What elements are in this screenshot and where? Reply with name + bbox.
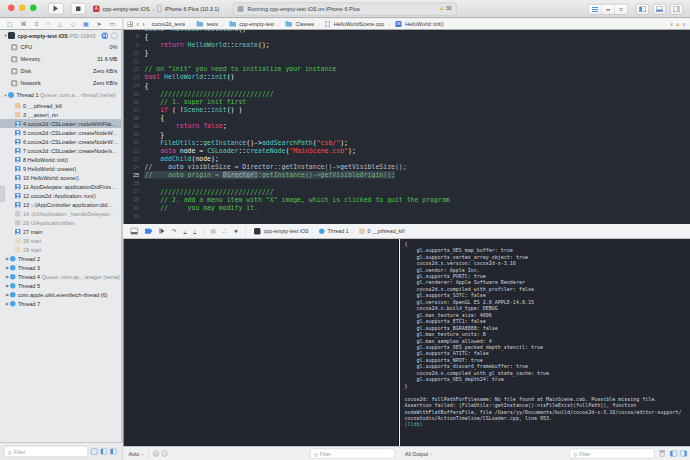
standard-editor-button[interactable] bbox=[589, 5, 602, 15]
stack-frame[interactable]: 4 cocos2d::CSLoader::nodeWithFlat… bbox=[0, 119, 122, 128]
debug-breadcrumb-item[interactable]: cpp-empty-test iOS bbox=[264, 228, 309, 234]
breadcrumb-item[interactable]: tests bbox=[207, 21, 218, 27]
thread-row[interactable]: ▶Thread 5 bbox=[0, 281, 122, 290]
line-number: 15 bbox=[124, 90, 145, 96]
stack-frame[interactable]: 14 -[UIApplication _handleDelegate… bbox=[0, 209, 122, 218]
toggle-inspector-button[interactable] bbox=[670, 4, 683, 15]
hide-debug-area-button[interactable] bbox=[131, 228, 139, 235]
debug-navigator-icon[interactable]: ▦ bbox=[83, 19, 89, 29]
thread-icon bbox=[319, 228, 325, 234]
thread-row[interactable]: ▶Thread 3 bbox=[0, 263, 122, 272]
next-issue-button[interactable]: › bbox=[683, 20, 685, 28]
zoom-window-button[interactable] bbox=[30, 5, 37, 12]
minimize-window-button[interactable] bbox=[19, 5, 26, 12]
stack-frame[interactable]: 0 __pthread_kill bbox=[0, 101, 122, 110]
source-editor[interactable]: 7Scene* HelloWorld::scene()8{9 return He… bbox=[124, 30, 690, 224]
thread-row[interactable]: ▼Thread 1 Queue: com.a…-thread (serial) bbox=[0, 89, 122, 101]
related-items-icon[interactable] bbox=[128, 21, 134, 27]
destination-name[interactable]: iPhone 6 Plus (10.3.1) bbox=[165, 6, 219, 12]
project-navigator-icon[interactable]: ▢ bbox=[7, 19, 13, 29]
debug-view-hierarchy-button[interactable]: ◎ bbox=[211, 228, 216, 235]
debug-breadcrumb-item[interactable]: 0 __pthread_kill bbox=[368, 228, 405, 234]
sidebar-edge-handle[interactable] bbox=[0, 186, 5, 202]
toggle-debug-area-button[interactable] bbox=[653, 4, 666, 15]
pause-process-button[interactable] bbox=[102, 32, 109, 39]
stack-frame[interactable]: 13 ::-[AppController application:did… bbox=[0, 200, 122, 209]
symbol-navigator-icon[interactable]: ≡ bbox=[35, 19, 39, 29]
step-out-button[interactable]: ↑ bbox=[193, 228, 196, 234]
scheme-selector[interactable]: A cpp-empty-test iOS › iPhone 6 Plus (10… bbox=[93, 5, 219, 12]
show-only-interesting-icon[interactable] bbox=[101, 449, 108, 455]
breadcrumb-item[interactable]: cocos2d_tests bbox=[152, 21, 186, 27]
info-icon[interactable]: i bbox=[162, 451, 168, 457]
stop-button[interactable] bbox=[71, 3, 86, 15]
scheme-name[interactable]: cpp-empty-test iOS bbox=[103, 6, 150, 12]
variables-scope-dropdown[interactable]: Auto⌄ bbox=[129, 451, 145, 457]
test-navigator-icon[interactable]: ◇ bbox=[70, 19, 75, 29]
gauge-row-disk[interactable]: DiskZero KB/s bbox=[0, 65, 122, 77]
version-editor-button[interactable]: ⇄ bbox=[615, 5, 628, 15]
gauge-row-network[interactable]: NetworkZero KB/s bbox=[0, 77, 122, 89]
line-number: 7 bbox=[124, 30, 145, 31]
code-line: 25// auto origin = Director::getInstance… bbox=[124, 171, 690, 179]
stack-frame[interactable]: 8 HelloWorld::init() bbox=[0, 155, 122, 164]
kill-process-button[interactable] bbox=[111, 32, 118, 39]
sidebar-filter-input[interactable]: ◎Filter bbox=[4, 446, 88, 457]
stack-frame[interactable]: 28 start bbox=[0, 236, 122, 245]
close-window-button[interactable] bbox=[8, 5, 15, 12]
stack-frame[interactable]: 6 cocos2d::CSLoader::createNodeW… bbox=[0, 137, 122, 146]
find-navigator-icon[interactable]: ○ bbox=[46, 19, 50, 29]
step-into-button[interactable]: ↓ bbox=[184, 228, 187, 234]
toggle-variables-view-button[interactable] bbox=[670, 451, 677, 457]
console-filter-input[interactable]: ◎Filter bbox=[570, 449, 655, 459]
debug-breadcrumb-item[interactable]: Thread 1 bbox=[328, 228, 349, 234]
stack-frame[interactable]: 9 HelloWorld::create() bbox=[0, 164, 122, 173]
stack-frame[interactable]: 27 main bbox=[0, 227, 122, 236]
breadcrumb-item[interactable]: HelloWorldScene.cpp bbox=[334, 21, 384, 27]
memory-graph-button[interactable]: ∴ bbox=[223, 228, 227, 235]
breadcrumb-item[interactable]: cpp-empty-test bbox=[239, 21, 274, 27]
show-values-icon[interactable]: ◎ bbox=[153, 451, 159, 457]
go-forward-button[interactable]: › bbox=[142, 20, 144, 28]
toggle-navigator-button[interactable] bbox=[636, 4, 649, 15]
stack-frame[interactable]: 10 HelloWorld::scene() bbox=[0, 173, 122, 182]
stack-frame[interactable]: 26 UIApplicationMain bbox=[0, 218, 122, 227]
gauge-row-memory[interactable]: Memory31.6 MB bbox=[0, 53, 122, 65]
clear-console-button[interactable] bbox=[660, 451, 666, 457]
breadcrumb-item[interactable]: HelloWorld::init() bbox=[405, 21, 444, 27]
console-scope-dropdown[interactable]: All Output⌄ bbox=[405, 451, 433, 457]
continue-button[interactable] bbox=[160, 229, 165, 234]
stack-frame[interactable]: 3 __assert_rtn bbox=[0, 110, 122, 119]
go-back-button[interactable]: ‹ bbox=[137, 20, 139, 28]
thread-row[interactable]: ▶Thread 7 bbox=[0, 299, 122, 308]
breakpoints-toggle-button[interactable] bbox=[145, 228, 153, 234]
issue-navigator-icon[interactable]: △ bbox=[58, 19, 63, 29]
run-button[interactable] bbox=[48, 3, 64, 15]
report-navigator-icon[interactable]: ▭ bbox=[110, 19, 116, 29]
gauge-row-cpu[interactable]: CPU0% bbox=[0, 41, 122, 53]
variables-filter-input[interactable]: ◎Filter bbox=[310, 449, 395, 459]
show-running-blocks-icon[interactable] bbox=[91, 449, 98, 455]
stack-frame[interactable]: 11 AppDelegate::applicationDidFinis… bbox=[0, 182, 122, 191]
variables-view[interactable] bbox=[124, 239, 400, 446]
stack-frame[interactable]: 5 cocos2d::CSLoader::createNodeW… bbox=[0, 128, 122, 137]
step-over-button[interactable]: ↷ bbox=[172, 228, 177, 235]
source-control-navigator-icon[interactable]: ⌘ bbox=[21, 19, 27, 29]
previous-issue-button[interactable]: ‹ bbox=[670, 20, 672, 28]
view-mode-icon[interactable] bbox=[110, 449, 117, 455]
assistant-editor-button[interactable]: ●● bbox=[602, 5, 615, 15]
stack-frame[interactable]: 7 cocos2d::CSLoader::createNode(s… bbox=[0, 146, 122, 155]
console-output[interactable]: { gl.supports_OES_map_buffer: true gl.su… bbox=[400, 239, 690, 446]
line-number: 27 bbox=[124, 188, 145, 194]
thread-row[interactable]: ▶Thread 2 bbox=[0, 254, 122, 263]
thread-row[interactable]: ▶com.apple.uikit.eventfetch-thread (6) bbox=[0, 290, 122, 299]
toggle-console-view-button[interactable] bbox=[680, 451, 687, 457]
thread-row[interactable]: ▶Thread 4 Queue: com.ap…anager (serial) bbox=[0, 272, 122, 281]
warning-count-badge[interactable]: ▲30 bbox=[439, 5, 452, 11]
breakpoint-navigator-icon[interactable]: ➤ bbox=[97, 19, 102, 29]
simulate-location-button[interactable]: ➤ bbox=[234, 228, 239, 235]
stack-frame[interactable]: 12 cocos2d::Application::run() bbox=[0, 191, 122, 200]
breadcrumb-item[interactable]: Classes bbox=[296, 21, 315, 27]
stack-frame[interactable]: 29 start bbox=[0, 245, 122, 254]
process-row[interactable]: ▼cpp-empty-test iOS PID 10945 bbox=[0, 30, 122, 41]
